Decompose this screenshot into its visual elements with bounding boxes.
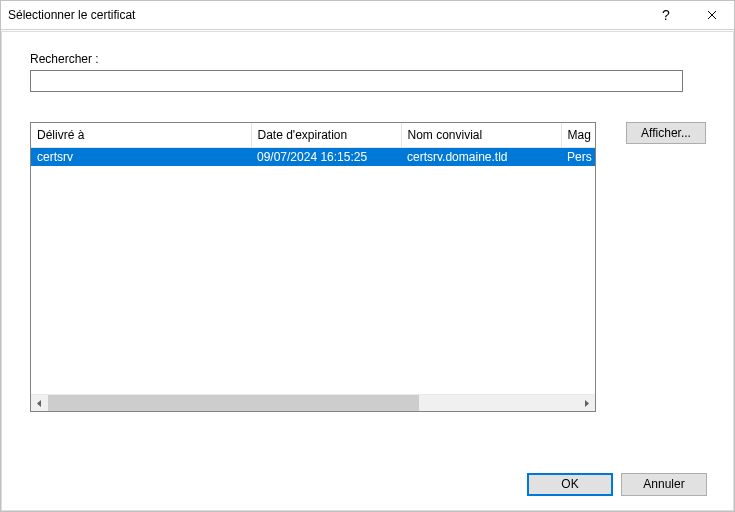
cell-friendly: certsrv.domaine.tld — [401, 147, 561, 166]
cell-store: Pers — [561, 147, 595, 166]
table-header-row: Délivré à Date d'expiration Nom convivia… — [31, 123, 595, 147]
view-button[interactable]: Afficher... — [626, 122, 706, 144]
col-header-friendly[interactable]: Nom convivial — [401, 123, 561, 147]
scroll-right-icon[interactable] — [578, 395, 595, 411]
scroll-left-icon[interactable] — [31, 395, 48, 411]
table-row[interactable]: certsrv 09/07/2024 16:15:25 certsrv.doma… — [31, 147, 595, 166]
dialog-body: Rechercher : Délivré à Date d'expiration… — [1, 31, 734, 511]
horizontal-scrollbar[interactable] — [31, 394, 595, 411]
col-header-expiry[interactable]: Date d'expiration — [251, 123, 401, 147]
cancel-button[interactable]: Annuler — [621, 473, 707, 496]
titlebar: Sélectionner le certificat ? — [0, 0, 735, 30]
col-header-issued-to[interactable]: Délivré à — [31, 123, 251, 147]
close-icon — [707, 10, 717, 20]
close-button[interactable] — [689, 0, 735, 30]
dialog-title: Sélectionner le certificat — [8, 8, 643, 22]
dialog-footer: OK Annuler — [527, 473, 707, 496]
col-header-store[interactable]: Mag — [561, 123, 595, 147]
cell-issued-to: certsrv — [31, 147, 251, 166]
help-button[interactable]: ? — [643, 0, 689, 30]
cell-expiry: 09/07/2024 16:15:25 — [251, 147, 401, 166]
search-input[interactable] — [30, 70, 683, 92]
scroll-track[interactable] — [48, 395, 578, 411]
ok-button[interactable]: OK — [527, 473, 613, 496]
search-label: Rechercher : — [30, 52, 707, 66]
scroll-thumb[interactable] — [48, 395, 419, 411]
certificate-table: Délivré à Date d'expiration Nom convivia… — [30, 122, 596, 412]
